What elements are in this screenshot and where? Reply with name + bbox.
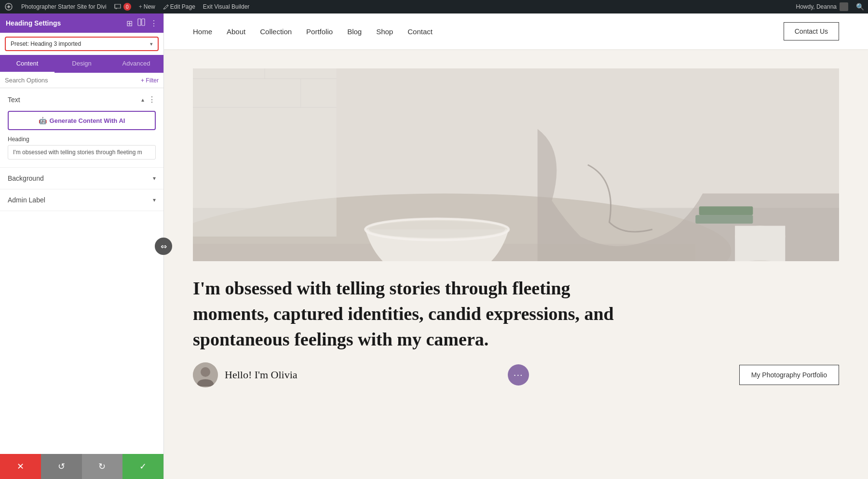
admin-label-section-header[interactable]: Admin Label ▾ [0,189,163,211]
site-name[interactable]: Photographer Starter Site for Divi [21,3,107,10]
background-section-title: Background [8,174,44,182]
undo-button[interactable]: ↺ [41,454,82,479]
background-section-header[interactable]: Background ▾ [0,168,163,189]
panel-header-icons: ⊞ ⋮ [126,18,158,28]
nav-link-collection[interactable]: Collection [260,27,292,36]
more-options-circle-button[interactable]: ··· [508,364,529,386]
background-chevron-icon: ▾ [153,175,156,182]
heading-settings-panel: Heading Settings ⊞ ⋮ Preset: Heading 3 i… [0,13,164,479]
nav-link-contact[interactable]: Contact [407,27,433,36]
page-heading: I'm obsessed with telling stories throug… [193,276,627,353]
admin-search-icon[interactable]: 🔍 [856,3,864,11]
site-navigation: Home About Collection Portfolio Blog Sho… [164,13,868,49]
text-section: Text ▴ ⋮ 🤖 Generate Content With AI Head… [0,88,163,168]
new-bar-item[interactable]: + New [139,3,155,10]
hero-image [193,68,839,261]
hero-image-container [193,68,839,261]
panel-drag-handle[interactable]: ⇔ [155,238,172,255]
panel-title: Heading Settings [6,19,61,27]
preset-label: Preset: Heading 3 imported [11,40,81,47]
nav-link-shop[interactable]: Shop [376,27,393,36]
svg-rect-9 [699,206,753,215]
text-section-more-icon[interactable]: ⋮ [148,95,156,104]
svg-point-17 [369,221,505,238]
text-section-content: 🤖 Generate Content With AI Heading [0,111,163,167]
user-avatar-small[interactable] [840,2,848,11]
redo-button[interactable]: ↻ [82,454,123,479]
admin-label-chevron-icon: ▾ [153,197,156,203]
preset-bar[interactable]: Preset: Heading 3 imported ▾ [5,37,159,51]
heading-field-label: Heading [8,136,156,143]
profile-name: Hello! I'm Olivia [225,369,298,381]
filter-button[interactable]: + Filter [141,77,159,84]
expand-icon[interactable]: ⊞ [126,19,133,28]
comment-count: 0 [123,3,131,11]
edit-page-bar-item[interactable]: Edit Page [163,3,195,10]
cancel-button[interactable]: ✕ [0,454,41,479]
nav-link-about[interactable]: About [227,27,245,36]
columns-icon[interactable] [137,18,145,28]
tab-advanced[interactable]: Advanced [109,55,163,73]
bottom-action-bar: ✕ ↺ ↻ ✓ [0,454,163,479]
admin-label-section: Admin Label ▾ [0,189,163,211]
nav-links-group: Home About Collection Portfolio Blog Sho… [193,27,433,36]
background-section: Background ▾ [0,168,163,189]
page-canvas: Home About Collection Portfolio Blog Sho… [164,13,868,479]
save-button[interactable]: ✓ [122,454,163,479]
svg-rect-3 [142,19,145,26]
admin-label-section-title: Admin Label [8,196,45,204]
preset-chevron-icon: ▾ [150,41,153,47]
text-section-chevron-icon: ▴ [141,96,144,103]
search-options-input[interactable] [5,77,138,84]
wp-admin-bar: Photographer Starter Site for Divi 0 + N… [0,0,868,13]
svg-point-26 [201,367,210,377]
text-section-title: Text [8,96,20,104]
svg-point-1 [8,6,10,8]
contact-us-button[interactable]: Contact Us [784,22,839,40]
tab-content[interactable]: Content [0,55,54,73]
nav-link-blog[interactable]: Blog [347,27,362,36]
nav-link-portfolio[interactable]: Portfolio [306,27,333,36]
svg-rect-11 [735,226,785,261]
portfolio-button[interactable]: My Photography Portfolio [739,365,839,385]
panel-header: Heading Settings ⊞ ⋮ [0,13,163,33]
exit-builder-bar-item[interactable]: Exit Visual Builder [203,3,250,10]
heading-field-input[interactable] [8,145,156,160]
profile-left: Hello! I'm Olivia [193,362,298,387]
tab-design[interactable]: Design [54,55,109,73]
generate-ai-button[interactable]: 🤖 Generate Content With AI [8,111,156,130]
svg-rect-19 [193,68,337,237]
comments-bar-item[interactable]: 0 [114,3,131,11]
wp-logo-icon[interactable] [4,2,14,12]
nav-link-home[interactable]: Home [193,27,212,36]
profile-row: Hello! I'm Olivia ··· My Photography Por… [193,362,839,402]
search-bar: + Filter [0,73,163,88]
howdy-section: Howdy, Deanna [796,2,849,11]
profile-avatar [193,362,218,387]
text-section-header[interactable]: Text ▴ ⋮ [0,88,163,111]
more-options-icon[interactable]: ⋮ [150,19,158,28]
svg-rect-8 [695,215,753,224]
svg-rect-2 [138,19,141,26]
tab-bar: Content Design Advanced [0,55,163,73]
ai-icon: 🤖 [39,117,47,124]
